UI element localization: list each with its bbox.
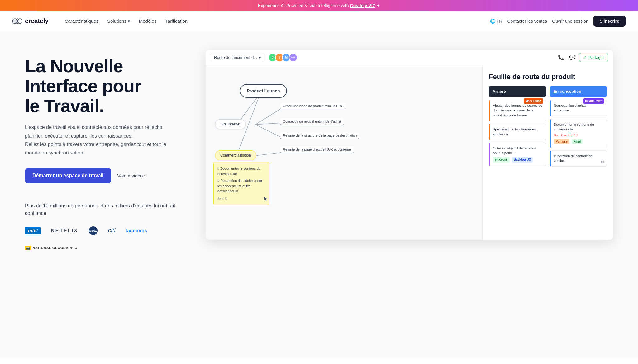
hero-right: Route de lancement d... ▾ J S M +28 📞 💬 … [206, 50, 613, 240]
badge-punaise: Punaise [554, 139, 569, 144]
avatar-count: +28 [289, 53, 298, 62]
contact-sales-link[interactable]: Contacter les ventes [507, 19, 547, 24]
sticky-note[interactable]: # Documenter le contenu du nouveau site … [213, 162, 269, 205]
banner-link[interactable]: Creately VIZ [350, 3, 375, 8]
badge-final: Final [572, 139, 583, 144]
svg-line-8 [255, 123, 280, 125]
column-arriere: Arriéré Mary Logan Ajouter des formes de… [489, 86, 546, 169]
svg-point-0 [12, 19, 17, 24]
col-arriere-header: Arriéré [489, 86, 546, 97]
app-window: Route de lancement d... ▾ J S M +28 📞 💬 … [206, 50, 613, 240]
signup-button[interactable]: S'inscrire [593, 16, 626, 27]
card-3-badges: en cours Backlog UX [493, 156, 543, 163]
nav-links: Caractéristiques Solutions ▾ Modèles Tar… [61, 16, 490, 26]
branch-1[interactable]: Créer une vidéo de produit avec le PDG [280, 103, 346, 109]
app-canvas: Product Launch Site Internet Commerciali… [206, 65, 613, 240]
card-1[interactable]: Mary Logan Ajouter des formes de source … [489, 100, 546, 121]
toolbar-icons: 📞 💬 ↗ Partager [557, 53, 608, 62]
card-3-text: Créer un objectif de revenus pour la pér… [493, 146, 536, 155]
svg-line-10 [255, 153, 280, 156]
intel-logo: intel [25, 227, 41, 234]
nav-caracteristiques[interactable]: Caractéristiques [61, 16, 102, 26]
logo-icon [12, 18, 22, 24]
table-icon: ⊞ [601, 159, 604, 165]
user-badge-1: Mary Logan [524, 98, 543, 104]
share-icon: ↗ [583, 55, 587, 60]
central-node[interactable]: Product Launch [240, 84, 287, 98]
roadmap-columns: Arriéré Mary Logan Ajouter des formes de… [489, 86, 607, 169]
collaborator-avatars: J S M +28 [268, 53, 298, 62]
site-internet-node[interactable]: Site Internet [215, 119, 246, 129]
nav-modeles[interactable]: Modèles [135, 16, 160, 26]
canvas-dropdown[interactable]: Route de lancement d... ▾ [211, 53, 264, 62]
note-author: John D [217, 196, 265, 201]
hero-buttons: Démarrer un espace de travail Voir la vi… [25, 168, 187, 183]
top-banner: Experience AI-Powered Visual Intelligenc… [0, 0, 638, 11]
chat-icon[interactable]: 💬 [568, 53, 577, 62]
card-4[interactable]: David Brown Nouveau flux d'achat - entre… [550, 100, 607, 116]
banner-star: ✦ [376, 3, 380, 8]
mindmap-area: Product Launch Site Internet Commerciali… [206, 65, 482, 240]
note-item-1: # Documenter le contenu du nouveau site [217, 166, 265, 176]
cursor [263, 196, 269, 202]
svg-line-7 [255, 109, 280, 125]
card-6-text: Intégration du contrôle de version [554, 154, 593, 163]
column-en-conception: En conception David Brown Nouveau flux d… [550, 86, 607, 169]
svg-point-1 [17, 19, 22, 24]
nav-right: 🌐 FR Contacter les ventes Ouvrir une ses… [490, 16, 626, 27]
roadmap-panel: Feuille de route du produit Arriéré Mary… [482, 65, 613, 240]
branch-3[interactable]: Refonte de la structure de la page de de… [280, 132, 359, 139]
brand-logos: intel NETFLIX NASA citi facebook 📷 NATIO… [25, 226, 187, 250]
svg-text:NASA: NASA [89, 230, 97, 233]
card-3[interactable]: Créer un objectif de revenus pour la pér… [489, 143, 546, 166]
language-selector[interactable]: 🌐 FR [490, 19, 502, 24]
phone-icon[interactable]: 📞 [557, 53, 565, 62]
due-date: Due: Due Feb 10 [554, 133, 604, 138]
arrow-right-icon: › [144, 173, 145, 178]
natgeo-logo: 📷 NATIONAL GEOGRAPHIC [25, 246, 77, 250]
logo[interactable]: creately [12, 17, 49, 25]
nav-solutions[interactable]: Solutions ▾ [103, 16, 134, 26]
cta-video-button[interactable]: Voir la vidéo › [117, 173, 146, 178]
netflix-logo: NETFLIX [51, 228, 78, 234]
card-1-text: Ajouter des formes de source de données … [493, 104, 542, 117]
trust-text: Plus de 10 millions de personnes et des … [25, 202, 187, 217]
branch-4[interactable]: Refonte de la page d'accueil (UX et cont… [280, 146, 354, 153]
cta-primary-button[interactable]: Démarrer un espace de travail [25, 168, 111, 183]
dropdown-chevron-icon: ▾ [259, 55, 261, 60]
globe-icon: 🌐 [490, 19, 495, 24]
card-4-text: Nouveau flux d'achat - entreprise [554, 104, 588, 112]
roadmap-title: Feuille de route du produit [489, 73, 607, 81]
hero-description: L'espace de travail visuel connecté aux … [25, 123, 174, 157]
navbar: creately Caractéristiques Solutions ▾ Mo… [0, 11, 638, 31]
facebook-logo: facebook [126, 228, 147, 233]
user-badge-2: David Brown [583, 98, 604, 104]
chevron-down-icon: ▾ [128, 18, 130, 24]
badge-en-cours: en cours [493, 157, 510, 163]
hero-left: La Nouvelle Interface pour le Travail. L… [25, 50, 187, 250]
commercialisation-node[interactable]: Commercialisation [215, 150, 256, 160]
col-conception-header: En conception [550, 86, 607, 97]
card-2[interactable]: Spécifications fonctionnelles - ajouter … [489, 124, 546, 140]
app-toolbar: Route de lancement d... ▾ J S M +28 📞 💬 … [206, 50, 613, 65]
banner-text: Experience AI-Powered Visual Intelligenc… [258, 3, 350, 8]
badge-backlog: Backlog UX [512, 157, 533, 163]
card-5-badges: Punaise Final [554, 138, 604, 144]
hero-section: La Nouvelle Interface pour le Travail. L… [0, 31, 638, 358]
note-item-2: # Répartition des tâches pour les concep… [217, 178, 265, 194]
nav-tarification[interactable]: Tarification [161, 16, 191, 26]
svg-line-9 [255, 125, 280, 137]
nasa-logo: NASA [88, 226, 98, 236]
card-2-text: Spécifications fonctionnelles - ajouter … [493, 127, 538, 136]
open-session-link[interactable]: Ouvrir une session [552, 19, 588, 24]
citi-logo: citi [108, 227, 116, 234]
share-button[interactable]: ↗ Partager [579, 53, 608, 62]
branch-2[interactable]: Concevoir un nouvel entonnoir d'achat [280, 118, 344, 125]
logo-text: creately [25, 17, 49, 25]
hero-title: La Nouvelle Interface pour le Travail. [25, 56, 187, 116]
card-5-text: Documenter le contenu du nouveau site [554, 123, 594, 131]
card-6[interactable]: Intégration du contrôle de version ⊞ [550, 150, 607, 167]
card-5[interactable]: Documenter le contenu du nouveau site Du… [550, 119, 607, 148]
